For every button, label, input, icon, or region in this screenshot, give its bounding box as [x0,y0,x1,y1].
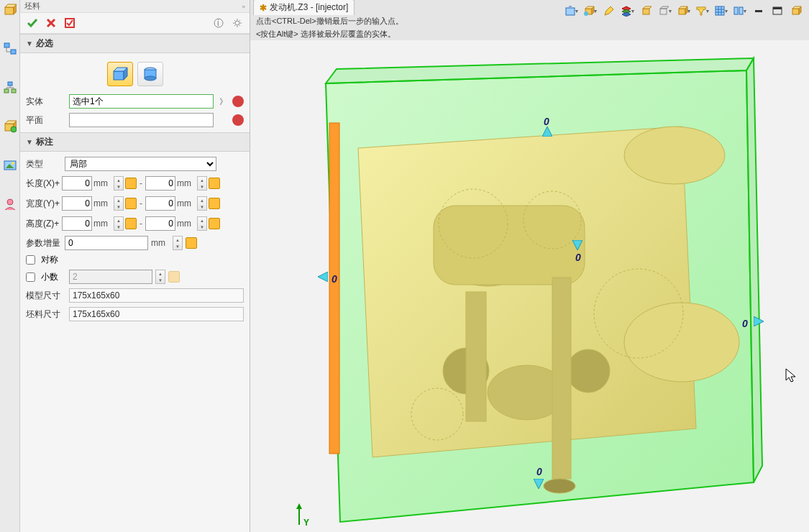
cancel-button[interactable] [43,16,59,30]
width-label: 宽度(Y)+ [26,198,60,210]
shape-box-button[interactable] [107,62,133,86]
view-minus-icon[interactable] [750,3,767,19]
svg-rect-41 [697,7,705,9]
view-grid-icon[interactable]: ▼ [713,3,730,19]
model-size-label: 模型尺寸 [26,290,66,302]
length-plus-flag-icon[interactable] [125,178,137,189]
viewport-3d[interactable]: 0 0 0 0 0 Y [250,40,809,532]
plane-label: 平面 [26,114,66,127]
view-wire-icon[interactable]: ▼ [657,3,674,19]
increment-flag-icon[interactable] [186,237,197,249]
svg-point-25 [145,76,156,81]
symmetric-checkbox[interactable] [26,255,35,265]
apply-button[interactable] [62,16,78,30]
length-plus-input[interactable] [62,176,92,191]
unit-label: mm [93,178,112,188]
confirm-button[interactable] [24,16,40,30]
svg-rect-65 [329,123,339,454]
decimal-checkbox[interactable] [26,272,35,282]
section-dim-header[interactable]: ▼ 标注 [20,132,250,152]
svg-rect-48 [792,9,799,14]
decimal-label: 小数 [41,271,58,283]
length-plus-spinner[interactable]: ▲▼ [114,176,124,191]
toolbar-pic-icon[interactable] [3,158,17,173]
svg-marker-70 [542,127,552,137]
view-pencil-icon[interactable] [600,3,618,19]
svg-rect-20 [114,71,124,80]
unit-label: mm [93,219,112,229]
info-button[interactable]: i [211,16,227,30]
model-size-value: 175x165x60 [69,288,244,303]
view-fit-icon[interactable]: ▼ [563,3,580,19]
toolbar-flow-icon[interactable] [3,42,17,56]
width-plus-flag-icon[interactable] [125,198,137,209]
viewport-toolbar: ▼ ▼ ▼ ▼ ▼ ▼ ▼ ▼ [563,3,805,19]
svg-rect-42 [716,6,724,15]
view-window-icon[interactable] [769,3,786,19]
svg-marker-72 [572,240,582,250]
view-cube-icon[interactable]: ▼ [582,3,599,19]
toolbar-cube-icon[interactable] [3,3,17,17]
cone-icon [754,316,764,326]
body-double-chevron-icon[interactable]: 》 [216,95,229,108]
view-shade1-icon[interactable] [638,3,655,19]
shape-cylinder-button[interactable] [137,62,163,86]
length-minus-spinner[interactable]: ▲▼ [197,176,207,191]
stock-size-value: 175x165x60 [69,307,244,321]
increment-input[interactable] [65,236,148,250]
length-minus-input[interactable] [145,176,175,191]
svg-marker-33 [622,12,631,17]
cone-icon [572,240,582,250]
document-tab[interactable]: ✱ 发动机.Z3 - [injector] [253,0,355,15]
view-shade2-icon[interactable]: ▼ [675,3,693,19]
model-rendering [250,40,809,532]
toolbar-org-icon[interactable] [3,81,17,95]
panel-restore-icon[interactable]: ▫ [242,1,245,12]
increment-spinner[interactable]: ▲▼ [173,236,183,250]
width-minus-spinner[interactable]: ▲▼ [197,196,207,211]
width-minus-flag-icon[interactable] [209,198,220,209]
svg-rect-26 [566,8,575,15]
body-input[interactable] [69,94,214,109]
view-iso-icon[interactable] [787,3,805,19]
svg-rect-3 [4,43,9,47]
width-plus-spinner[interactable]: ▲▼ [114,196,124,211]
toolbar-box-green-icon[interactable] [3,119,17,134]
body-flag-icon[interactable] [232,96,244,107]
decimal-spinner[interactable]: ▲▼ [155,270,165,284]
svg-rect-45 [755,10,762,12]
panel-action-bar: i [20,13,250,34]
decimal-input [69,270,152,284]
height-plus-flag-icon[interactable] [125,218,137,229]
settings-button[interactable] [229,16,245,30]
height-minus-input[interactable] [145,216,175,231]
view-split-v-icon[interactable]: ▼ [731,3,749,19]
svg-rect-34 [643,9,649,14]
hint-line-2: <按住Alt键> 选择被最外层覆盖的实体。 [250,27,809,40]
plane-flag-icon[interactable] [232,114,244,126]
main-area: ✱ 发动机.Z3 - [injector] 点击<CTRL-Del>撤销最后一步… [250,0,809,532]
svg-rect-59 [434,206,585,285]
svg-marker-71 [318,272,328,282]
svg-marker-76 [296,503,302,509]
view-filter-icon[interactable]: ▼ [694,3,711,19]
unit-label: mm [177,198,196,208]
width-minus-input[interactable] [145,196,175,211]
plane-input[interactable] [69,113,214,127]
height-plus-input[interactable] [62,216,92,231]
toolbar-user-icon[interactable] [3,197,17,211]
collapse-icon: ▼ [26,138,33,146]
svg-point-64 [544,479,575,493]
section-required-header[interactable]: ▼ 必选 [20,34,250,53]
view-layers-icon[interactable]: ▼ [619,3,636,19]
type-select[interactable]: 局部 [65,157,216,171]
section-dim-label: 标注 [36,136,53,148]
height-minus-flag-icon[interactable] [209,218,220,229]
length-minus-flag-icon[interactable] [209,178,220,189]
cone-icon [542,127,552,137]
svg-point-30 [584,12,588,16]
height-minus-spinner[interactable]: ▲▼ [197,216,207,231]
height-plus-spinner[interactable]: ▲▼ [114,216,124,231]
width-plus-input[interactable] [62,196,92,211]
axis-y-label: Y [303,518,309,528]
